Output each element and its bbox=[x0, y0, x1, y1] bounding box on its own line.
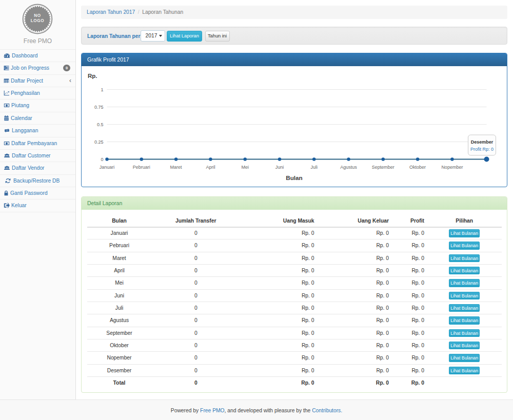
svg-text:Pebruari: Pebruari bbox=[133, 165, 150, 170]
svg-text:Maret: Maret bbox=[170, 165, 183, 170]
svg-text:Nopember: Nopember bbox=[441, 165, 463, 170]
svg-text:Mei: Mei bbox=[241, 165, 249, 170]
svg-text:Juni: Juni bbox=[275, 165, 284, 170]
svg-text:Oktober: Oktober bbox=[409, 165, 426, 170]
svg-text:Juli: Juli bbox=[310, 165, 318, 170]
svg-text:Bulan: Bulan bbox=[286, 174, 302, 181]
svg-text:April: April bbox=[206, 165, 215, 170]
svg-text:0.25: 0.25 bbox=[94, 139, 104, 145]
svg-text:Agustus: Agustus bbox=[340, 165, 357, 170]
svg-text:September: September bbox=[372, 165, 394, 170]
svg-text:0.75: 0.75 bbox=[94, 105, 104, 110]
svg-text:0.5: 0.5 bbox=[97, 122, 104, 127]
svg-text:0: 0 bbox=[101, 157, 103, 162]
svg-text:Profit Rp: 0: Profit Rp: 0 bbox=[470, 147, 494, 152]
svg-text:1: 1 bbox=[101, 87, 103, 92]
svg-text:NO: NO bbox=[34, 13, 41, 18]
svg-text:Januari: Januari bbox=[100, 165, 115, 170]
svg-text:Desember: Desember bbox=[471, 139, 494, 145]
svg-text:LOGO: LOGO bbox=[31, 18, 45, 23]
svg-text:Rp.: Rp. bbox=[88, 73, 97, 79]
